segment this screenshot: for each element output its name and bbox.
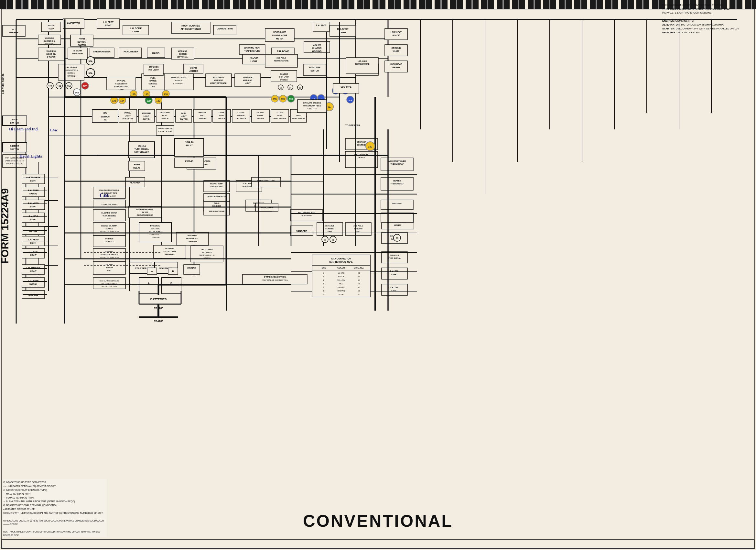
svg-rect-310 — [252, 177, 281, 187]
svg-text:(OPTIONAL): (OPTIONAL) — [177, 56, 189, 58]
annotation-cot: Cot — [99, 191, 109, 199]
svg-rect-182 — [22, 200, 45, 210]
svg-text:HORN: HORN — [134, 163, 140, 166]
svg-text:VOLTAGE: VOLTAGE — [151, 228, 160, 230]
svg-text:METER: METER — [276, 38, 284, 40]
svg-text:134: 134 — [57, 85, 61, 87]
legend-item-female: ← FEMALE TERMINAL (TYP.) — [3, 496, 107, 500]
svg-text:BLACK: BLACK — [338, 276, 344, 278]
svg-text:HI BEAM: HI BEAM — [73, 50, 81, 52]
annotation-hi-beam: Hi Beam and Ind. — [9, 126, 38, 132]
svg-rect-112 — [41, 22, 61, 32]
svg-text:SWITCH: SWITCH — [101, 115, 110, 118]
svg-text:DIMMER: DIMMER — [10, 145, 19, 147]
svg-text:A: A — [148, 282, 150, 285]
svg-text:LIGHTS: LIGHTS — [394, 224, 401, 226]
svg-text:(OPTIONAL): (OPTIONAL) — [44, 43, 55, 45]
svg-text:LOW OIL: LOW OIL — [105, 251, 113, 253]
svg-text:UNIT: UNIT — [107, 269, 112, 271]
svg-text:CIRCUIT BREAKER: CIRCUIT BREAKER — [136, 214, 153, 216]
svg-text:TYPICAL: TYPICAL — [117, 80, 125, 82]
svg-text:35: 35 — [358, 290, 360, 292]
svg-rect-168 — [3, 142, 27, 152]
wiring-diagram-svg: KEY SWITCH 88 PANEL LIGHT RHEOSTAT MARKE… — [0, 0, 756, 550]
svg-text:6 WIRE CABLE OPTION: 6 WIRE CABLE OPTION — [264, 276, 286, 278]
svg-text:13D: 13D — [157, 100, 161, 102]
svg-text:TEMP: TEMP — [49, 28, 54, 30]
svg-text:L.H. TAIL: L.H. TAIL — [390, 286, 399, 289]
svg-text:TO SPEAKER: TO SPEAKER — [345, 124, 360, 126]
svg-text:AUX TRANS.: AUX TRANS. — [213, 76, 225, 78]
svg-text:MIRROR: MIRROR — [199, 112, 206, 113]
svg-text:SWITCH: SWITCH — [280, 79, 288, 81]
svg-text:RADIO: RADIO — [152, 52, 160, 54]
svg-text:1B: 1B — [312, 98, 315, 100]
svg-text:AT A CONNECTOR: AT A CONNECTOR — [331, 257, 351, 260]
svg-text:12V GLOW PLUG: 12V GLOW PLUG — [101, 203, 117, 205]
svg-text:2ND AXLE: 2ND AXLE — [276, 57, 286, 59]
svg-rect-94 — [330, 25, 356, 37]
svg-text:SWITCH: SWITCH — [161, 117, 168, 119]
svg-text:SWITCH: SWITCH — [218, 117, 225, 119]
svg-text:SWITCH: SWITCH — [310, 70, 319, 72]
svg-text:L.H.: L.H. — [12, 28, 16, 30]
svg-text:35: 35 — [358, 279, 360, 281]
svg-text:JACOBS: JACOBS — [257, 112, 264, 113]
svg-text:IND. LIGHT: IND. LIGHT — [148, 69, 159, 71]
svg-text:13D: 13D — [147, 100, 151, 102]
svg-text:LAMP: LAMP — [277, 114, 282, 116]
svg-rect-115 — [90, 48, 114, 58]
svg-text:LIGHT: LIGHT — [30, 254, 37, 256]
svg-text:FLASHER: FLASHER — [130, 181, 140, 184]
svg-text:LAMP: LAMP — [119, 89, 124, 91]
svg-text:L.H. SPOT: L.H. SPOT — [103, 21, 113, 23]
svg-text:SPEAKER: SPEAKER — [357, 141, 366, 143]
svg-text:SWITCH: SWITCH — [199, 117, 206, 119]
svg-text:1ST AXLE: 1ST AXLE — [358, 60, 367, 62]
svg-rect-103 — [3, 25, 25, 37]
svg-rect-97 — [243, 54, 265, 64]
svg-text:HOBBS #033: HOBBS #033 — [273, 31, 286, 33]
svg-text:52B: 52B — [348, 99, 352, 101]
svg-text:SIGN LAMP: SIGN LAMP — [309, 66, 321, 69]
svg-text:HEADLAMP: HEADLAMP — [160, 112, 170, 113]
svg-rect-352 — [381, 213, 413, 222]
svg-text:LIGHT: LIGHT — [30, 218, 37, 221]
svg-text:CAB TO: CAB TO — [313, 44, 321, 46]
svg-text:SIGNAL: SIGNAL — [29, 283, 38, 286]
svg-rect-91 — [239, 45, 265, 54]
svg-text:TRANS. REVERSE SW: TRANS. REVERSE SW — [207, 195, 226, 197]
svg-text:WARNING: WARNING — [243, 79, 253, 81]
svg-text:SEE SUPPLEMENTARY: SEE SUPPLEMENTARY — [100, 280, 119, 282]
svg-text:COLOR: COLOR — [337, 266, 345, 269]
svg-text:TURN SIGNAL: TURN SIGNAL — [135, 148, 149, 150]
svg-rect-532 — [313, 22, 329, 32]
svg-text:L.H. 1 REAR: L.H. 1 REAR — [65, 66, 77, 68]
svg-text:INDICATOR: INDICATOR — [72, 53, 83, 55]
svg-rect-193 — [22, 248, 45, 258]
svg-text:SIGN LAMP: SIGN LAMP — [279, 76, 289, 78]
svg-text:PANEL: PANEL — [124, 112, 131, 114]
svg-text:SENDING: SENDING — [148, 83, 157, 85]
svg-text:L.H. DOME: L.H. DOME — [130, 27, 142, 29]
svg-text:RED: RED — [339, 283, 343, 285]
svg-text:INTEGRAL: INTEGRAL — [150, 225, 160, 227]
svg-text:ENGINE OIL TEMP.: ENGINE OIL TEMP. — [101, 225, 117, 227]
svg-rect-196 — [22, 264, 45, 274]
svg-text:WARNING: WARNING — [178, 50, 188, 52]
svg-text:ILLUMINATION: ILLUMINATION — [64, 69, 78, 71]
svg-text:THROTTLE: THROTTLE — [104, 241, 114, 243]
svg-text:2ND AXLE: 2ND AXLE — [390, 254, 399, 256]
svg-text:ELECTRIC: ELECTRIC — [237, 112, 245, 113]
svg-text:11: 11 — [358, 276, 360, 278]
svg-rect-480 — [97, 19, 120, 28]
svg-rect-278 — [139, 278, 158, 294]
svg-rect-434 — [164, 74, 193, 90]
svg-text:COLA: COLA — [214, 202, 220, 204]
svg-text:TEMPERATURE: TEMPERATURE — [244, 50, 261, 52]
svg-text:13D: 13D — [132, 93, 136, 95]
svg-text:LIGHT: LIGHT — [125, 115, 131, 117]
svg-text:BATTERIES: BATTERIES — [150, 298, 167, 301]
svg-text:R.H. SPOT: R.H. SPOT — [316, 24, 327, 27]
svg-text:SENDER: SENDER — [106, 228, 113, 230]
